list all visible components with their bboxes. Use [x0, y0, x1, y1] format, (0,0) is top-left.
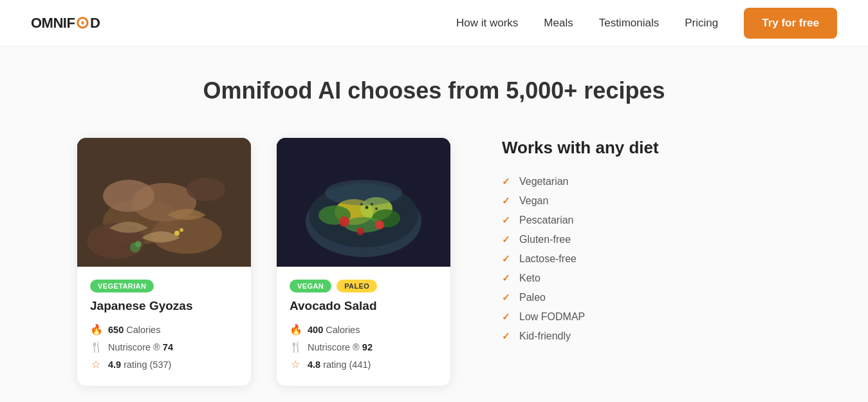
svg-point-9	[135, 241, 142, 247]
salad-tags: Vegan Paleo	[290, 280, 438, 292]
nav-item-testimonials[interactable]: Testimonials	[599, 17, 660, 30]
check-vegan: ✓	[502, 195, 510, 207]
gyoza-stats: 🔥 650 Calories 🍴 Nutriscore ® 74 ☆ 4.9 r…	[90, 323, 238, 370]
diet-item-vegan: ✓Vegan	[502, 195, 791, 207]
svg-point-23	[365, 206, 369, 209]
try-for-free-button[interactable]: Try for free	[744, 8, 837, 39]
diet-item-kid-friendly: ✓Kid-friendly	[502, 330, 791, 342]
svg-point-10	[174, 231, 180, 236]
meal-card-gyoza: Vegetarian Japanese Gyozas 🔥 650 Calorie…	[77, 138, 251, 386]
meal-card-salad: Vegan Paleo Avocado Salad 🔥 400 Calories…	[277, 138, 450, 386]
navbar: OMNIF⊙D How it works Meals Testimonials …	[0, 0, 868, 46]
salad-meal-name: Avocado Salad	[290, 299, 438, 313]
salad-stats: 🔥 400 Calories 🍴 Nutriscore ® 92 ☆ 4.8 r…	[290, 323, 438, 370]
salad-calories: 🔥 400 Calories	[290, 323, 438, 336]
logo-text-d: D	[90, 15, 100, 32]
check-kid-friendly: ✓	[502, 330, 510, 342]
salad-image	[277, 138, 450, 267]
svg-point-5	[103, 180, 154, 212]
gyoza-card-body: Vegetarian Japanese Gyozas 🔥 650 Calorie…	[77, 267, 251, 386]
nav-link-testimonials[interactable]: Testimonials	[599, 17, 660, 29]
nav-item-meals[interactable]: Meals	[544, 17, 573, 30]
gyoza-tag-vegetarian: Vegetarian	[90, 280, 154, 292]
cutlery-icon: 🍴	[90, 341, 102, 353]
svg-point-22	[356, 227, 364, 235]
gyoza-tags: Vegetarian	[90, 280, 238, 292]
diet-item-keto: ✓Keto	[502, 273, 791, 284]
check-low-fodmap: ✓	[502, 311, 510, 323]
diet-item-low-fodmap: ✓Low FODMAP	[502, 311, 791, 323]
svg-point-11	[180, 228, 183, 232]
check-paleo: ✓	[502, 292, 510, 303]
flame-icon-2: 🔥	[290, 323, 301, 336]
star-icon: ☆	[90, 358, 102, 370]
diet-item-lactose-free: ✓Lactose-free	[502, 253, 791, 265]
content-row: Vegetarian Japanese Gyozas 🔥 650 Calorie…	[77, 138, 791, 386]
diet-item-paleo: ✓Paleo	[502, 292, 791, 303]
gyoza-calories: 🔥 650 Calories	[90, 323, 238, 336]
try-free-cta[interactable]: Try for free	[744, 8, 837, 39]
svg-point-26	[375, 207, 378, 210]
salad-svg	[277, 138, 450, 267]
gyoza-meal-name: Japanese Gyozas	[90, 299, 238, 313]
star-icon-2: ☆	[290, 358, 301, 370]
gyoza-nutriscore: 🍴 Nutriscore ® 74	[90, 341, 238, 353]
salad-tag-vegan: Vegan	[290, 280, 331, 292]
gyoza-svg	[77, 138, 251, 267]
check-keto: ✓	[502, 273, 510, 284]
gyoza-image	[77, 138, 251, 267]
logo[interactable]: OMNIF⊙D	[31, 13, 100, 33]
svg-point-20	[339, 216, 349, 227]
svg-point-21	[375, 220, 384, 229]
check-gluten-free: ✓	[502, 234, 510, 245]
nav-links: How it works Meals Testimonials Pricing …	[456, 8, 837, 39]
nav-link-how-it-works[interactable]: How it works	[456, 17, 518, 29]
svg-point-27	[325, 180, 402, 206]
nav-item-pricing[interactable]: Pricing	[685, 17, 718, 30]
salad-nutriscore: 🍴 Nutriscore ® 92	[290, 341, 438, 353]
check-pescatarian: ✓	[502, 215, 510, 226]
salad-tag-paleo: Paleo	[337, 280, 377, 292]
diet-item-vegetarian: ✓Vegetarian	[502, 176, 791, 187]
diet-item-pescatarian: ✓Pescatarian	[502, 215, 791, 226]
salad-rating: ☆ 4.8 rating (441)	[290, 358, 438, 370]
nav-item-how-it-works[interactable]: How it works	[456, 17, 518, 30]
cutlery-icon-2: 🍴	[290, 341, 301, 353]
nav-link-pricing[interactable]: Pricing	[685, 17, 718, 29]
diet-list: ✓Vegetarian ✓Vegan ✓Pescatarian ✓Gluten-…	[502, 176, 791, 342]
nav-link-meals[interactable]: Meals	[544, 17, 573, 29]
logo-text-omni: OMNIF	[31, 15, 75, 32]
diet-section: Works with any diet ✓Vegetarian ✓Vegan ✓…	[476, 138, 791, 342]
section-heading: Omnifood AI chooses from 5,000+ recipes	[77, 77, 791, 104]
gyoza-rating: ☆ 4.9 rating (537)	[90, 358, 238, 370]
meals-section: Omnifood AI chooses from 5,000+ recipes	[0, 46, 868, 402]
salad-card-body: Vegan Paleo Avocado Salad 🔥 400 Calories…	[277, 267, 450, 386]
diet-item-gluten-free: ✓Gluten-free	[502, 234, 791, 245]
svg-point-7	[187, 178, 225, 201]
logo-icon: ⊙	[75, 13, 89, 33]
check-vegetarian: ✓	[502, 176, 510, 187]
diet-heading: Works with any diet	[502, 138, 791, 158]
check-lactose-free: ✓	[502, 253, 510, 265]
flame-icon: 🔥	[90, 323, 102, 336]
